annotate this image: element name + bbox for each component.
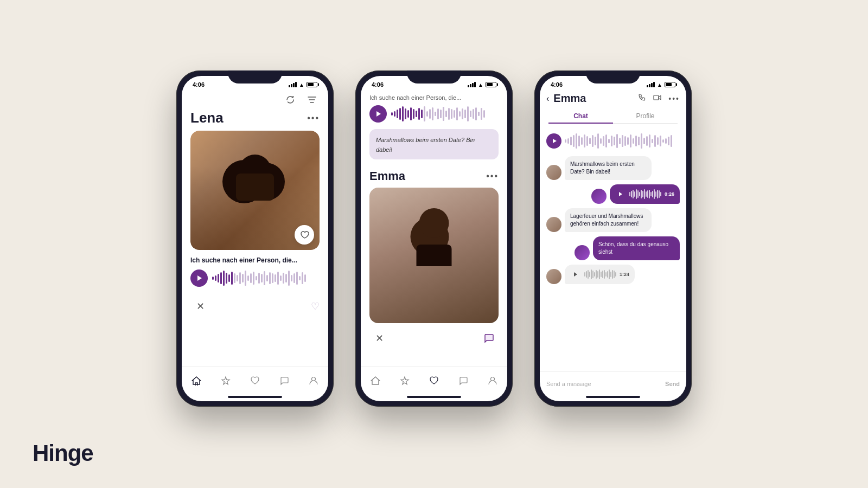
phone-3: 4:06 ▲ ‹ Emma (534, 70, 692, 407)
bubble-1: Marshmallows beim ersten Date? Bin dabei… (565, 156, 652, 180)
bubble-4: Schön, dass du das genauso siehst (593, 236, 680, 260)
nav-home-2[interactable] (366, 371, 385, 390)
signal-bar (289, 85, 290, 87)
emma-photo (369, 188, 499, 323)
emma-photo-container (369, 188, 499, 323)
more-options-btn[interactable]: ••• (307, 113, 320, 123)
chat-header: ‹ Emma ••• (540, 90, 686, 109)
play-button-2[interactable] (369, 105, 387, 123)
signal-bar (291, 84, 292, 87)
video-call-icon[interactable] (653, 93, 662, 104)
bottom-nav-2 (361, 366, 507, 396)
screen-1: 4:06 ▲ (182, 76, 328, 401)
notch-2 (407, 70, 461, 84)
prompt-section: Ich suche nach einer Person, die... (182, 250, 328, 292)
play-audio-5[interactable] (570, 269, 581, 280)
like-button-prompt[interactable]: ♡ (311, 300, 320, 312)
nav-chat-2[interactable] (454, 371, 473, 390)
signal-bar (470, 84, 471, 87)
profile-name: Lena (190, 110, 224, 126)
card-actions-2: ✕ (361, 329, 507, 348)
tab-profile[interactable]: Profile (613, 109, 678, 123)
phones-container: 4:06 ▲ (176, 70, 692, 407)
chat-button-card[interactable] (479, 329, 499, 348)
profile-name-row: Lena ••• (182, 110, 328, 131)
message-input[interactable]: Send a message (546, 376, 661, 391)
svg-rect-2 (654, 95, 659, 100)
play-button-1[interactable] (190, 269, 208, 287)
notch-1 (228, 70, 282, 84)
bubble-text-4: Schön, dass du das genauso siehst (598, 241, 668, 255)
chat-tabs: Chat Profile (548, 109, 678, 124)
play-audio-2[interactable] (615, 189, 626, 200)
home-indicator-3 (586, 396, 640, 398)
battery-fill (308, 83, 314, 86)
signal-bar (649, 84, 650, 87)
nav-chat-1[interactable] (275, 371, 294, 390)
message-row-4: Schön, dass du das genauso siehst (546, 236, 680, 260)
battery-fill-2 (487, 83, 493, 86)
prompt-text-1: Ich suche nach einer Person, die... (190, 256, 320, 264)
signal-bar (653, 82, 655, 87)
chat-partner-name: Emma (553, 92, 634, 105)
battery-icon-2 (486, 82, 496, 87)
chat-input-area: Send a message Send (540, 371, 686, 396)
emma-card-header: Emma ••• (369, 169, 499, 183)
emma-avatar-3 (546, 217, 561, 232)
audio-duration-5: 1:24 (620, 272, 629, 277)
battery-icon-1 (307, 82, 317, 87)
signal-bar (472, 83, 474, 87)
dismiss-button-2[interactable]: ✕ (369, 329, 389, 348)
emma-profile-name: Emma (369, 169, 405, 183)
message-row-3: Lagerfeuer und Marshmallows gehören einf… (546, 208, 680, 232)
audio-bubble-2[interactable]: 0:26 (610, 184, 680, 204)
signal-bar (295, 82, 297, 87)
tab-chat[interactable]: Chat (548, 109, 613, 123)
prompt-response-text: Marshmallows beim ersten Date? Bin dabei… (376, 137, 475, 153)
nav-star-1[interactable] (216, 371, 235, 390)
battery-fill-3 (666, 83, 672, 86)
waveform-1 (212, 271, 320, 286)
nav-home-1[interactable] (187, 371, 206, 390)
message-row-2: 0:26 (546, 184, 680, 204)
message-row-5: 1:24 (546, 265, 680, 284)
send-button[interactable]: Send (665, 381, 680, 387)
nav-profile-2[interactable] (483, 371, 502, 390)
audio-player-2[interactable] (369, 104, 499, 124)
emma-more-options[interactable]: ••• (486, 171, 499, 181)
nav-profile-1[interactable] (304, 371, 323, 390)
play-top-audio[interactable] (546, 133, 561, 149)
signal-bar (647, 85, 648, 87)
filter-icon[interactable] (304, 92, 320, 107)
more-options-icon-chat[interactable]: ••• (668, 94, 680, 103)
play-icon-5 (574, 272, 577, 277)
action-row-1: ✕ ♡ (182, 292, 328, 318)
status-icons-2: ▲ (468, 82, 496, 88)
bubble-text-1: Marshmallows beim ersten Date? Bin dabei… (570, 161, 635, 175)
signal-bar (651, 83, 653, 87)
phone-call-icon[interactable] (638, 93, 647, 104)
back-button[interactable]: ‹ (546, 94, 549, 104)
play-icon (197, 275, 202, 281)
phone-2: 4:06 ▲ Ich suche nach einer Perso (355, 70, 513, 407)
play-icon-2 (376, 111, 381, 117)
audio-bubble-5[interactable]: 1:24 (565, 265, 635, 284)
signal-bars-1 (289, 82, 297, 87)
heart-button-photo[interactable] (295, 225, 314, 245)
audio-player-1[interactable] (190, 268, 320, 288)
signal-bars-2 (468, 82, 476, 87)
chat-action-icons: ••• (638, 93, 680, 104)
prompt-response: Marshmallows beim ersten Date? Bin dabei… (369, 129, 499, 159)
top-waveform (565, 134, 680, 147)
hinge-logo: Hinge (33, 440, 93, 466)
dismiss-button[interactable]: ✕ (190, 297, 210, 316)
chat-messages: Marshmallows beim ersten Date? Bin dabei… (540, 124, 686, 371)
refresh-icon[interactable] (283, 92, 298, 107)
nav-star-2[interactable] (395, 371, 414, 390)
my-avatar-4 (575, 245, 590, 260)
message-placeholder: Send a message (546, 381, 591, 387)
discovery-section: Ich suche nach einer Person, die... (361, 90, 507, 127)
message-row-1: Marshmallows beim ersten Date? Bin dabei… (546, 156, 680, 180)
nav-heart-1[interactable] (245, 371, 265, 390)
nav-heart-2[interactable] (424, 371, 444, 390)
